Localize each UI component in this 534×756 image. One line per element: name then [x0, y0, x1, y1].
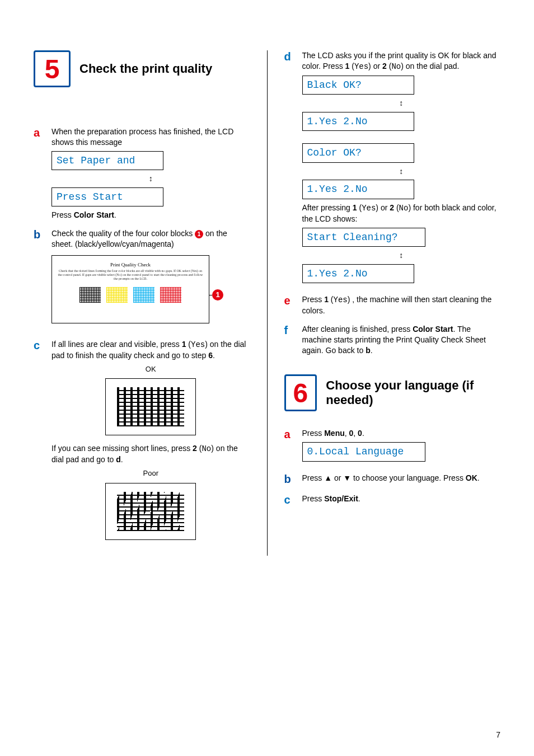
substep-e: e Press 1 (Yes) , the machine will then …: [284, 294, 501, 316]
block-yellow: [106, 287, 128, 303]
f-color-start: Color Start: [413, 325, 453, 334]
s6a-pre: Press: [302, 429, 325, 438]
poor-label: Poor: [51, 468, 250, 478]
e-post: , the machine will then start cleaning t…: [302, 295, 492, 315]
color-start-label: Color Start: [74, 210, 114, 219]
block-black: [79, 287, 101, 303]
d-ab2: 2: [390, 203, 394, 212]
c-text1-post: .: [213, 351, 215, 360]
c-step6: 6: [208, 351, 213, 360]
substep-b-body: Check the quality of the four color bloc…: [51, 228, 250, 331]
s6c-post: .: [358, 494, 360, 503]
step-6-title: Choose your language (if needed): [326, 378, 500, 407]
b-text-pre: Check the quality of the four color bloc…: [51, 229, 195, 238]
c-yes: Yes: [191, 340, 205, 349]
f-post: .: [371, 346, 373, 355]
letter-a: a: [34, 126, 45, 220]
substep-e-body: Press 1 (Yes) , the machine will then st…: [302, 294, 501, 316]
step-6-number-box: 6: [284, 374, 317, 411]
c-key-1: 1: [182, 340, 186, 349]
right-column: d The LCD asks you if the print quality …: [284, 50, 501, 556]
c-text1-pre: If all lines are clear and visible, pres…: [51, 340, 182, 349]
c-text2-post: .: [121, 455, 123, 464]
lcd-set-paper: Set Paper and: [51, 151, 163, 170]
substep-d: d The LCD asks you if the print quality …: [284, 50, 501, 287]
substep-c: c If all lines are clear and visible, pr…: [34, 339, 250, 548]
document-page: 5 Check the print quality a When the pre…: [0, 0, 534, 756]
lcd-yesno-1: 1.Yes 2.No: [302, 112, 414, 131]
d-ap1: Yes: [362, 204, 376, 213]
lcd-black-ok: Black OK?: [302, 76, 414, 95]
e-yes: Yes: [334, 295, 348, 304]
s6a-0b: 0: [358, 429, 362, 438]
a-text1: When the preparation process has finishe…: [51, 127, 233, 147]
two-column-layout: 5 Check the print quality a When the pre…: [34, 50, 500, 556]
f-ref-b: b: [366, 346, 371, 355]
substep-c-body: If all lines are clear and visible, pres…: [51, 339, 250, 548]
substep-b: b Check the quality of the four color bl…: [34, 228, 250, 331]
substep-6a: a Press Menu, 0, 0. 0.Local Language: [284, 428, 501, 464]
letter-6b: b: [284, 473, 296, 486]
step-number: 5: [45, 54, 60, 84]
letter-6a: a: [284, 428, 296, 464]
s6a-menu: Menu: [324, 429, 345, 438]
d-text1-post: on the dial pad.: [404, 62, 460, 71]
lcd-yesno-3: 1.Yes 2.No: [302, 264, 414, 283]
s6a-post: .: [362, 429, 364, 438]
d-text2: After pressing 1 (Yes) or 2 (No) for bot…: [302, 203, 501, 224]
column-divider: [267, 50, 268, 556]
s6a-c2: ,: [353, 429, 358, 438]
d-amid: or: [378, 203, 390, 212]
step-5-header: 5 Check the print quality: [34, 50, 250, 87]
d-mid1: or: [371, 62, 382, 71]
step-6-number: 6: [293, 378, 308, 408]
step-6-header: 6 Choose your language (if needed): [284, 374, 501, 411]
updown-arrow-d1: ↕: [302, 98, 501, 109]
c-no: No: [202, 444, 211, 453]
e-pre: Press: [302, 295, 325, 304]
substep-a-body: When the preparation process has finishe…: [51, 126, 250, 220]
d-yes: Yes: [354, 62, 368, 71]
page-number: 7: [496, 730, 500, 739]
s6c-stop-exit: Stop/Exit: [324, 494, 358, 503]
a-text2-pre: Press: [51, 210, 74, 219]
d-key1: 1: [345, 62, 350, 71]
c-text2-pre: If you can see missing short lines, pres…: [51, 444, 193, 453]
updown-arrow-d2: ↕: [302, 166, 501, 177]
substep-6a-body: Press Menu, 0, 0. 0.Local Language: [302, 428, 501, 464]
print-quality-sheet: Print Quality Check Check that the dotte…: [51, 255, 209, 323]
substep-6c-body: Press Stop/Exit.: [302, 494, 501, 506]
letter-6c: c: [284, 494, 296, 506]
e-key1: 1: [324, 295, 329, 304]
poor-pattern: [117, 492, 184, 531]
d-no: No: [391, 62, 401, 71]
poor-sample: [105, 483, 196, 540]
s6b-pre: Press ▲ or ▼ to choose your language. Pr…: [302, 473, 466, 482]
f-pre: After cleaning is finished, press: [302, 325, 413, 334]
callout-circle: 1: [212, 289, 223, 300]
block-cyan: [133, 287, 154, 303]
lcd-press-start: Press Start: [51, 187, 163, 206]
step-number-box: 5: [34, 50, 71, 87]
letter-c: c: [34, 339, 45, 548]
s6b-post: .: [477, 473, 480, 482]
callout-badge-1: 1: [195, 230, 203, 238]
color-blocks: [52, 287, 209, 303]
lcd-yesno-2: 1.Yes 2.No: [302, 180, 414, 199]
block-magenta: [160, 287, 181, 303]
substep-a: a When the preparation process has finis…: [34, 126, 250, 220]
s6a-c1: ,: [345, 429, 349, 438]
sheet-subtitle: Check that the dotted lines forming the …: [52, 268, 209, 283]
left-column: 5 Check the print quality a When the pre…: [34, 50, 250, 556]
step-5-title: Check the print quality: [79, 62, 212, 76]
substep-f: f After cleaning is finished, press Colo…: [284, 324, 501, 356]
ok-label: OK: [51, 364, 250, 374]
c-key-2: 2: [193, 444, 197, 453]
a-text2-post: .: [114, 210, 116, 219]
letter-e: e: [284, 294, 296, 316]
sheet-title: Print Quality Check: [52, 256, 209, 268]
d-ap2: No: [399, 204, 409, 213]
c-step-d: d: [116, 455, 121, 464]
d-text2-pre: After pressing: [302, 203, 353, 212]
s6c-pre: Press: [302, 494, 325, 503]
